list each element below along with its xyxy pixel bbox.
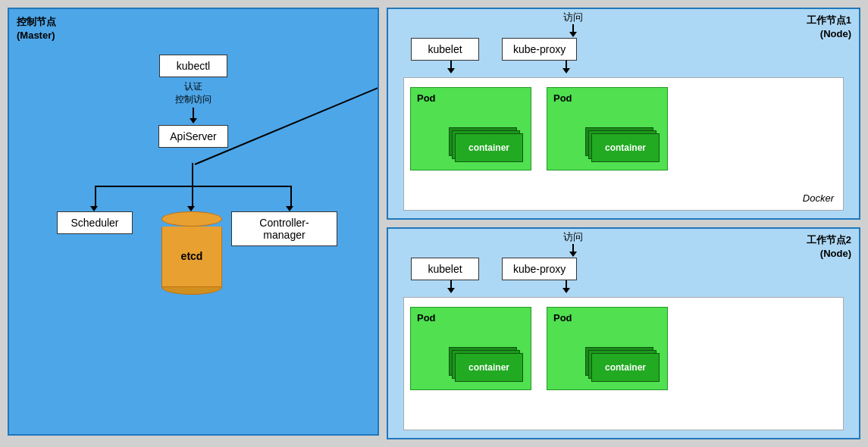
- controller-box: Controller-manager: [231, 211, 337, 246]
- access-arrow-2: [569, 244, 577, 257]
- kube-proxy1-box: kube-proxy: [502, 38, 577, 61]
- controller-arrow: [286, 206, 293, 211]
- node1-pods-row: Pod container Pod: [410, 87, 837, 170]
- node2-pod2: Pod container: [547, 307, 668, 390]
- n2-container-front: container: [455, 353, 523, 382]
- access-arrow-1: [569, 24, 577, 37]
- etcd-arrow: [187, 206, 195, 211]
- etcd-top: [161, 211, 222, 227]
- proxy2-arrow: [562, 280, 570, 293]
- node1-pod2-containers: container: [591, 133, 660, 162]
- master-label: 控制节点 (Master): [17, 15, 56, 42]
- node2-access-area: 访问: [563, 230, 583, 257]
- scheduler-box: Scheduler: [57, 211, 133, 234]
- node2-panel: 工作节点2 (Node) 访问 kubelet kube-proxy: [387, 227, 860, 439]
- docker-label: Docker: [803, 192, 834, 204]
- kube-proxy2-box: kube-proxy: [502, 258, 577, 280]
- etcd-container: etcd: [161, 211, 222, 295]
- kubelet1-box: kubelet: [411, 38, 479, 61]
- branches-area: Scheduler Controller-manager etcd: [49, 163, 337, 314]
- node2-top-row: kubelet kube-proxy: [411, 258, 851, 280]
- node2-docker-area: Pod container Pod: [403, 297, 844, 430]
- node2-pod1-containers: container: [455, 353, 523, 382]
- node1-top-row: kubelet kube-proxy: [411, 38, 851, 61]
- node1-pod2: Pod container: [547, 87, 668, 170]
- node2-label: 工作节点2 (Node): [807, 233, 851, 261]
- node2-access-label: 访问: [563, 230, 583, 244]
- kubelet1-arrow: [447, 61, 455, 73]
- node1-panel: 工作节点1 (Node) 访问 kubelet kube-proxy: [387, 8, 860, 220]
- node2-pod1: Pod container: [410, 307, 531, 390]
- master-panel: 控制节点 (Master) kubectl 认证 控制访问 ApiServe: [8, 8, 379, 436]
- node1-pod1: Pod container: [410, 87, 531, 170]
- kubelet2-arrow: [447, 280, 455, 293]
- node2-pod2-containers: container: [591, 353, 660, 382]
- kubectl-box: kubectl: [159, 55, 227, 77]
- node1-access-label: 访问: [563, 11, 583, 24]
- apiserver-box: ApiServer: [158, 125, 227, 148]
- kubelet2-box: kubelet: [411, 258, 479, 280]
- scheduler-arrow: [90, 206, 98, 211]
- container-front-b: container: [591, 133, 660, 162]
- node1-access-area: 访问: [563, 11, 583, 37]
- node2-pods-row: Pod container Pod: [410, 307, 837, 390]
- diagram: 控制节点 (Master) kubectl 认证 控制访问 ApiServe: [0, 0, 868, 447]
- auth-label: 认证 控制访问: [175, 80, 212, 106]
- etcd-body: etcd: [161, 227, 222, 287]
- node1-label: 工作节点1 (Node): [807, 14, 851, 41]
- n2-container-front-b: container: [591, 353, 660, 382]
- node1-docker-area: Docker Pod container: [403, 77, 844, 211]
- proxy1-arrow: [562, 61, 570, 73]
- container-front: container: [455, 133, 523, 162]
- master-content: kubectl 认证 控制访问 ApiServer: [17, 17, 370, 427]
- kubectl-to-api-arrow: [190, 108, 197, 123]
- right-panels: 工作节点1 (Node) 访问 kubelet kube-proxy: [387, 8, 860, 439]
- node1-pod1-containers: container: [455, 133, 523, 162]
